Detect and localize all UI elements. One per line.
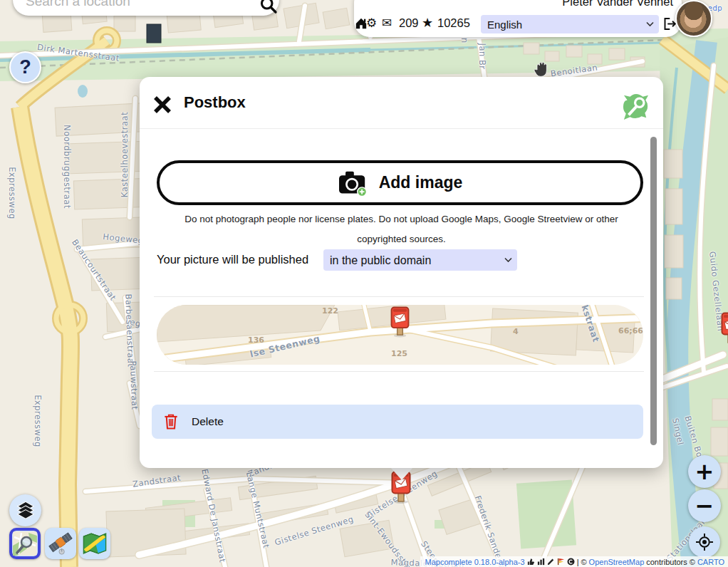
modal-pointer	[390, 467, 414, 480]
add-image-button[interactable]: Add image	[157, 160, 643, 205]
location-minimap[interactable]: 122 136 125 4 66;66 lse Steenweg rkstraa…	[157, 305, 643, 365]
carto-link[interactable]: CARTO	[697, 558, 724, 566]
divider	[154, 371, 644, 372]
thumbs-up-icon[interactable]	[527, 558, 535, 566]
help-label: ?	[19, 56, 31, 78]
plus-icon: +	[695, 460, 714, 483]
attribution-bar: Mapcomplete 0.18.0-alpha-3 | © OpenStree…	[420, 556, 728, 567]
minus-icon: −	[695, 494, 714, 517]
changesets-count[interactable]: 10265	[437, 16, 470, 30]
add-image-label: Add image	[379, 173, 463, 192]
trash-icon	[163, 412, 179, 431]
gear-icon[interactable]: ⚙	[366, 16, 377, 31]
layers-button[interactable]	[9, 494, 41, 526]
app-version-link[interactable]: Mapcomplete 0.18.0-alpha-3	[425, 558, 525, 566]
user-avatar[interactable]	[675, 0, 712, 37]
osm-link[interactable]: OpenStreetMap	[589, 558, 645, 566]
geolocate-icon	[694, 531, 715, 553]
osm-logo-icon[interactable]	[623, 93, 650, 120]
help-button[interactable]: ?	[9, 51, 41, 83]
search-bar	[13, 0, 279, 16]
contributors-text: contributors ©	[646, 558, 695, 566]
folded-map-icon	[82, 531, 108, 556]
background-style-satellite[interactable]	[45, 528, 76, 559]
copyright-icon[interactable]	[567, 558, 575, 566]
search-input[interactable]	[24, 0, 238, 13]
license-select[interactable]: in the public domain	[323, 249, 517, 271]
image-disclaimer: Do not photograph people nor license pla…	[160, 209, 643, 249]
edit-pencil-icon[interactable]	[547, 558, 555, 566]
language-select-wrap: English	[481, 15, 659, 33]
background-style-osm[interactable]	[9, 528, 41, 559]
postbox-marker	[390, 306, 410, 338]
language-select[interactable]: English	[481, 15, 659, 33]
close-icon[interactable]	[152, 95, 172, 115]
satellite-icon	[48, 531, 73, 556]
osm-map-thumbnail	[13, 531, 37, 556]
geolocate-button[interactable]	[689, 526, 720, 558]
copyright-symbol: ©	[581, 558, 586, 566]
divider	[154, 296, 644, 297]
license-select-wrap: in the public domain	[323, 249, 517, 271]
user-name[interactable]: Pieter Vander Vennet	[562, 0, 673, 9]
mapcomplete-app: Dirk Martensstraat klaan Jan Br Benoitla…	[0, 0, 728, 567]
layers-icon	[16, 501, 36, 521]
grab-cursor	[532, 59, 549, 78]
background-style-map[interactable]	[79, 528, 110, 559]
delete-button[interactable]: Delete	[152, 405, 643, 439]
logout-icon[interactable]	[662, 16, 677, 31]
license-intro: Your picture will be published	[157, 253, 308, 266]
separator: |	[577, 558, 579, 566]
envelope-icon[interactable]: ✉	[382, 16, 392, 31]
zoom-in-button[interactable]: +	[688, 455, 721, 488]
postbox-modal: Postbox Add image Do not photograph peop…	[140, 77, 663, 468]
search-icon[interactable]	[259, 0, 278, 14]
star-icon: ★	[422, 15, 433, 31]
delete-label: Delete	[192, 415, 224, 428]
postbox-marker[interactable]	[721, 312, 728, 345]
modal-title: Postbox	[184, 93, 246, 112]
community-flag-icon[interactable]	[557, 558, 565, 566]
zoom-out-button[interactable]: −	[688, 489, 721, 522]
camera-plus-icon	[338, 170, 368, 197]
statistics-icon[interactable]	[537, 558, 545, 566]
messages-count[interactable]: 209	[399, 16, 419, 30]
scrollbar-thumb[interactable]	[650, 137, 657, 445]
